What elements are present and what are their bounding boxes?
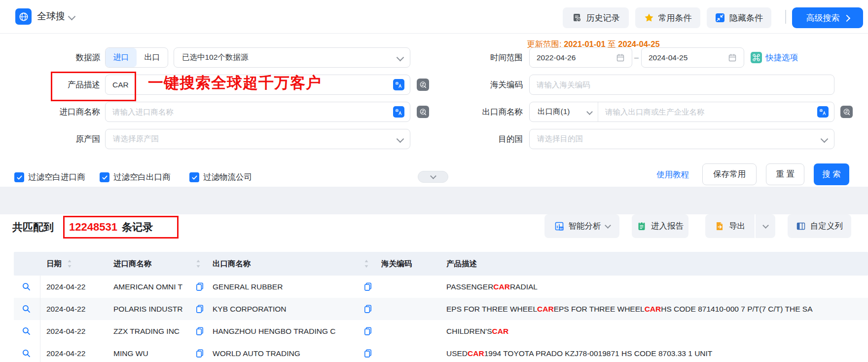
copy-icon[interactable] xyxy=(195,326,204,337)
desc-text: EPS FOR THREE WHEEL xyxy=(554,305,645,314)
desc-highlight: CAR xyxy=(492,327,509,336)
smart-analysis-button[interactable]: 智能分析 xyxy=(544,214,619,238)
save-conditions-button[interactable]: 保存常用 xyxy=(702,163,757,185)
copy-icon[interactable] xyxy=(195,282,204,293)
tab-import[interactable]: 进口 xyxy=(106,48,137,67)
cell-exporter[interactable]: WORLD AUTO TRADING xyxy=(213,342,300,362)
exporter-type-select[interactable]: 出口商(1) xyxy=(530,102,598,121)
table-row[interactable]: 2024-04-22 MING WU WORLD AUTO TRADING US… xyxy=(14,342,868,362)
fixed-column-divider xyxy=(40,342,40,362)
sort-icon[interactable] xyxy=(363,259,369,269)
table-row[interactable]: 2024-04-22 POLARIS INDUSTR KYB CORPORATI… xyxy=(14,298,868,321)
chevron-down-icon xyxy=(586,109,593,115)
table-header: 日期 进口商名称 出口商名称 海关编码 产品描述 xyxy=(14,252,868,276)
date-end-field[interactable] xyxy=(641,47,744,68)
column-header-exporter[interactable]: 出口商名称 xyxy=(213,252,251,276)
copy-icon[interactable] xyxy=(363,304,372,315)
advanced-search-button[interactable]: 高级搜索 xyxy=(792,7,863,28)
desc-highlight: CAR xyxy=(645,305,661,314)
date-start-input[interactable] xyxy=(530,48,616,67)
star-icon xyxy=(644,13,654,23)
tutorial-link[interactable]: 使用教程 xyxy=(656,163,689,185)
cell-importer[interactable]: AMERICAN OMNI T xyxy=(113,276,182,298)
cell-date: 2024-04-22 xyxy=(46,298,85,320)
destination-placeholder: 请选择目的国 xyxy=(530,134,583,144)
favorite-conditions-button[interactable]: 常用条件 xyxy=(635,7,700,28)
translate-icon[interactable] xyxy=(817,106,829,118)
filter-blank-exporter-checkbox[interactable]: 过滤空白出口商 xyxy=(100,171,171,183)
copy-icon[interactable] xyxy=(363,326,372,337)
sort-icon[interactable] xyxy=(67,259,72,269)
table-row[interactable]: 2024-04-22 ZZX TRADING INC HANGZHOU HENG… xyxy=(14,320,868,343)
exporter-label: 出口商名称 xyxy=(422,102,523,122)
fixed-column-divider xyxy=(40,276,40,298)
origin-country-dropdown[interactable]: 请选择原产国 xyxy=(105,129,410,149)
copy-icon[interactable] xyxy=(363,349,372,360)
chevron-down-icon xyxy=(397,135,404,143)
importer-input[interactable] xyxy=(106,102,393,121)
export-button[interactable]: 导出 xyxy=(705,214,755,238)
custom-columns-button[interactable]: 自定义列 xyxy=(788,214,851,238)
translate-icon[interactable] xyxy=(393,79,404,90)
row-detail-magnifier-icon[interactable] xyxy=(22,282,31,293)
column-header-product-desc[interactable]: 产品描述 xyxy=(446,252,477,276)
copy-icon[interactable] xyxy=(195,304,204,315)
app-switcher-chevron-down-icon[interactable] xyxy=(68,13,76,21)
cell-exporter[interactable]: KYB CORPORATION xyxy=(213,298,287,320)
date-start-field[interactable] xyxy=(529,47,632,68)
cell-importer[interactable]: POLARIS INDUSTR xyxy=(113,298,182,320)
calendar-icon xyxy=(616,53,625,62)
chevron-right-icon xyxy=(843,14,850,21)
filter-blank-importer-checkbox[interactable]: 过滤空白进口商 xyxy=(14,171,85,183)
hs-code-field xyxy=(529,75,834,95)
product-desc-input[interactable] xyxy=(106,75,393,94)
calendar-icon xyxy=(728,53,737,62)
row-detail-magnifier-icon[interactable] xyxy=(22,349,31,360)
fixed-column-divider xyxy=(40,320,40,342)
translate-icon[interactable] xyxy=(393,106,404,118)
filter-logistics-checkbox[interactable]: 过滤物流公司 xyxy=(189,171,252,183)
cell-importer[interactable]: ZZX TRADING INC xyxy=(113,320,180,342)
column-header-hs-code[interactable]: 海关编码 xyxy=(381,252,412,276)
export-dropdown-button[interactable] xyxy=(755,214,775,238)
cell-product-desc: USED CAR 1994 TOYOTA PRADO KZJ78-0019871… xyxy=(446,342,868,362)
tab-export[interactable]: 出口 xyxy=(137,48,168,67)
column-header-importer[interactable]: 进口商名称 xyxy=(113,252,152,276)
command-icon[interactable] xyxy=(751,52,762,63)
history-button[interactable]: 历史记录 xyxy=(563,7,629,28)
column-label: 海关编码 xyxy=(381,259,412,269)
data-source-dropdown[interactable]: 已选中102个数据源 xyxy=(174,47,410,68)
hs-code-input[interactable] xyxy=(530,75,834,94)
cell-importer[interactable]: MING WU xyxy=(113,342,148,362)
table-row[interactable]: 2024-04-22 AMERICAN OMNI T GENERAL RUBBE… xyxy=(14,276,868,298)
copy-icon[interactable] xyxy=(363,282,372,293)
sort-icon[interactable] xyxy=(195,259,201,269)
chevron-down-icon xyxy=(397,54,404,62)
column-header-date[interactable]: 日期 xyxy=(46,252,72,276)
hide-conditions-button[interactable]: 隐藏条件 xyxy=(707,7,771,28)
row-detail-magnifier-icon[interactable] xyxy=(22,326,31,338)
quick-options-link[interactable]: 快捷选项 xyxy=(765,47,798,68)
exporter-input[interactable] xyxy=(598,102,817,121)
chevron-down-icon xyxy=(430,173,436,179)
cell-exporter[interactable]: GENERAL RUBBER xyxy=(213,276,283,298)
row-detail-magnifier-icon[interactable] xyxy=(22,304,31,316)
cell-exporter[interactable]: HANGZHOU HENGBO TRADING C xyxy=(213,320,335,342)
data-source-segmented: 进口 出口 xyxy=(105,47,168,68)
reset-button[interactable]: 重 置 xyxy=(766,163,804,185)
advanced-search-label: 高级搜索 xyxy=(806,12,840,24)
destination-dropdown[interactable]: 请选择目的国 xyxy=(529,129,834,149)
cell-product-desc: CHILDREN'S CAR xyxy=(446,320,868,342)
collapse-form-pill[interactable] xyxy=(418,171,448,183)
search-button[interactable]: 搜 索 xyxy=(814,163,849,185)
match-count-box: 12248531 条记录 xyxy=(63,216,179,239)
smart-analysis-label: 智能分析 xyxy=(569,221,601,232)
date-range-separator: – xyxy=(634,47,639,68)
synonym-expand-icon[interactable] xyxy=(840,106,853,118)
date-end-input[interactable] xyxy=(642,48,728,67)
data-source-selected-value: 已选中102个数据源 xyxy=(174,52,248,63)
copy-icon[interactable] xyxy=(195,349,204,360)
section-divider-band xyxy=(0,187,868,214)
chevron-down-icon xyxy=(762,222,769,229)
enter-report-button[interactable]: 进入报告 xyxy=(632,214,688,238)
